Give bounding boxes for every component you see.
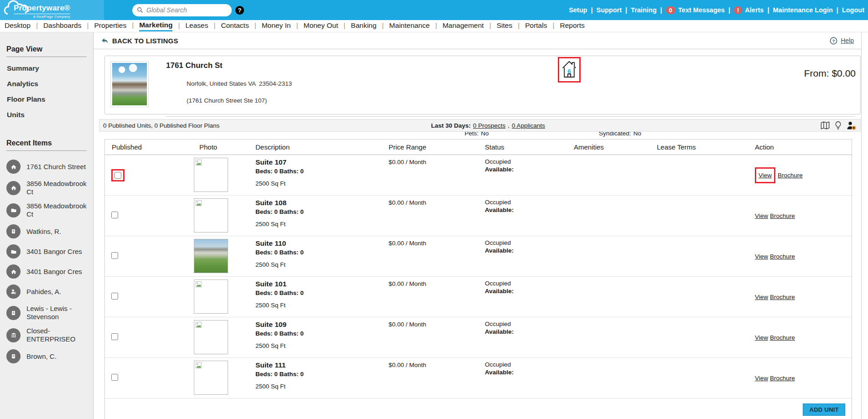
- search-input[interactable]: [146, 6, 224, 14]
- view-link[interactable]: View: [755, 375, 768, 382]
- price-value: $0.00 / Month: [389, 321, 426, 328]
- add-unit-row: ADD UNIT: [105, 398, 852, 419]
- brochure-link[interactable]: Brochure: [778, 172, 803, 179]
- header-link[interactable]: Maintenance Login: [764, 6, 832, 14]
- header-link-label: Logout: [842, 6, 864, 14]
- occupancy-status: Occupied: [485, 280, 567, 287]
- house-icon: [6, 264, 21, 279]
- help-icon[interactable]: ?: [830, 37, 837, 45]
- header-link[interactable]: ! Alerts: [725, 6, 764, 14]
- published-checkbox-callout: [111, 169, 125, 181]
- view-link[interactable]: View: [755, 212, 768, 219]
- header-link[interactable]: Logout: [833, 6, 864, 14]
- nav-tab-label: Contacts: [221, 21, 249, 31]
- nav-tab[interactable]: Money Out: [291, 21, 338, 31]
- document-icon: [6, 306, 21, 320]
- nav-tab[interactable]: Portals: [512, 21, 547, 31]
- header-link[interactable]: Support: [587, 6, 622, 14]
- recent-item[interactable]: 3856 Meadowbrook Ct: [6, 180, 90, 196]
- page-view-heading: Page View: [6, 45, 87, 57]
- header-link[interactable]: 0 Text Messages: [657, 6, 725, 14]
- price-cell: $0.00 / Month: [382, 196, 478, 236]
- price-cell: $0.00 / Month: [382, 236, 478, 276]
- help-link[interactable]: Help: [841, 37, 854, 44]
- propertyware-logo[interactable]: Propertyware® A RealPage Company: [0, 0, 104, 20]
- nav-tab[interactable]: Banking: [338, 21, 376, 31]
- recent-item[interactable]: Brown, C.: [6, 349, 90, 363]
- view-link[interactable]: View: [755, 294, 768, 300]
- recent-item[interactable]: Pahides, A.: [6, 285, 90, 299]
- page-view-item[interactable]: Units: [7, 111, 93, 119]
- unit-photo[interactable]: [194, 198, 228, 233]
- lightbulb-icon[interactable]: [834, 121, 842, 130]
- unit-photo[interactable]: [194, 158, 228, 192]
- brochure-link[interactable]: Brochure: [770, 375, 795, 382]
- address-line1: Norfolk, United States VA 23504-2313: [187, 80, 292, 87]
- unit-photo[interactable]: [194, 361, 228, 395]
- published-checkbox[interactable]: [111, 293, 118, 300]
- nav-tab[interactable]: Maintenance: [376, 21, 430, 31]
- view-link[interactable]: View: [755, 334, 768, 341]
- view-link-callout: View: [755, 253, 768, 260]
- view-link[interactable]: View: [755, 253, 768, 260]
- nav-tab[interactable]: Management: [430, 21, 484, 31]
- published-checkbox[interactable]: [111, 333, 118, 340]
- page-view-item[interactable]: Summary: [7, 64, 93, 72]
- units-count: 6: [567, 68, 571, 75]
- lease-terms-cell: [650, 196, 748, 236]
- applicants-link[interactable]: 0 Applicants: [512, 122, 545, 129]
- nav-tab[interactable]: Marketing: [126, 21, 172, 31]
- nav-tab[interactable]: Sites: [484, 21, 513, 31]
- header-link-label: Training: [631, 6, 656, 14]
- recent-item-label: Watkins, R.: [26, 228, 61, 236]
- brand-name: Propertyware®: [14, 4, 70, 13]
- published-checkbox[interactable]: [111, 212, 118, 218]
- brochure-link[interactable]: Brochure: [770, 334, 795, 341]
- nav-tab-label: Money Out: [303, 21, 338, 31]
- published-checkbox[interactable]: [114, 172, 121, 179]
- unit-photo[interactable]: [194, 279, 228, 314]
- nav-tab[interactable]: Contacts: [208, 21, 249, 31]
- back-to-listings-button[interactable]: BACK TO LISTINGS: [101, 37, 178, 45]
- photo-cell: [192, 196, 249, 236]
- recent-item[interactable]: Watkins, R.: [6, 224, 90, 238]
- person-add-icon[interactable]: [846, 121, 857, 130]
- page-view-item[interactable]: Analytics: [7, 80, 93, 88]
- recent-item[interactable]: 3401 Bangor Cres: [6, 244, 90, 259]
- map-icon[interactable]: [820, 121, 830, 130]
- header-link[interactable]: Training: [622, 6, 656, 14]
- unit-row: Suite 109 Beds: 0 Baths: 0 2500 Sq Ft $0…: [105, 317, 852, 358]
- prospects-link[interactable]: 0 Prospects: [473, 122, 505, 129]
- nav-tab[interactable]: Reports: [547, 21, 584, 31]
- recent-item[interactable]: 3401 Bangor Cres: [6, 264, 90, 279]
- brochure-link[interactable]: Brochure: [770, 294, 795, 300]
- house-units-icon[interactable]: 6: [561, 59, 577, 78]
- nav-tab[interactable]: Dashboards: [31, 21, 82, 31]
- published-checkbox[interactable]: [111, 374, 118, 381]
- search-pill[interactable]: [132, 4, 232, 16]
- column-header: Photo: [192, 143, 249, 151]
- recent-item[interactable]: Lewis - Lewis - Stevenson: [6, 305, 90, 321]
- nav-tab[interactable]: Properties: [81, 21, 126, 31]
- beds-baths: Beds: 0 Baths: 0: [255, 168, 382, 175]
- brochure-link[interactable]: Brochure: [770, 253, 795, 260]
- recent-item[interactable]: 1761 Church Street: [6, 160, 90, 174]
- description-cell: Suite 101 Beds: 0 Baths: 0 2500 Sq Ft: [249, 277, 382, 317]
- brochure-link[interactable]: Brochure: [770, 212, 795, 219]
- published-checkbox[interactable]: [111, 252, 118, 259]
- view-link[interactable]: View: [759, 172, 772, 179]
- add-unit-button[interactable]: ADD UNIT: [803, 403, 845, 416]
- property-thumbnail[interactable]: [110, 61, 149, 107]
- recent-item[interactable]: Closed-ENTERPRISEO: [6, 327, 90, 343]
- search-help-icon[interactable]: ?: [235, 6, 244, 15]
- nav-tab[interactable]: Money In: [249, 21, 291, 31]
- header-link[interactable]: Setup: [569, 6, 587, 14]
- action-cell: View Brochure: [748, 317, 852, 357]
- nav-tab[interactable]: Desktop: [5, 21, 31, 31]
- recent-item[interactable]: 3856 Meadowbrook Ct: [6, 202, 90, 218]
- unit-photo[interactable]: [194, 239, 228, 273]
- unit-photo-image: [194, 239, 228, 273]
- unit-photo[interactable]: [194, 320, 228, 354]
- nav-tab[interactable]: Leases: [172, 21, 208, 31]
- page-view-item[interactable]: Floor Plans: [7, 95, 93, 103]
